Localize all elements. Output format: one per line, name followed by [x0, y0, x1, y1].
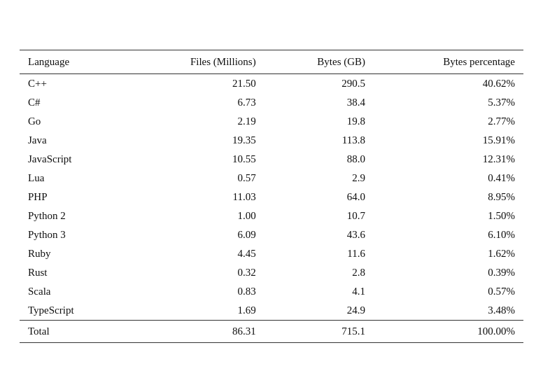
table-cell: 88.0	[265, 150, 374, 169]
language-stats-table: Language Files (Millions) Bytes (GB) Byt…	[20, 50, 523, 343]
table-cell: C++	[20, 74, 125, 93]
table-cell: 6.73	[125, 93, 265, 112]
table-row: Python 36.0943.66.10%	[20, 225, 523, 244]
table-row: Ruby4.4511.61.62%	[20, 244, 523, 263]
table-row: JavaScript10.5588.012.31%	[20, 150, 523, 169]
col-header-bytes-pct: Bytes percentage	[374, 50, 523, 74]
table-cell: 6.09	[125, 225, 265, 244]
table-cell: Go	[20, 112, 125, 131]
table-cell: Python 2	[20, 206, 125, 225]
table-cell: Python 3	[20, 225, 125, 244]
table-cell: 290.5	[265, 74, 374, 93]
table-cell: Java	[20, 131, 125, 150]
table-cell: 4.1	[265, 282, 374, 301]
footer-label: Total	[20, 320, 125, 342]
col-header-files: Files (Millions)	[125, 50, 265, 74]
table-row: Python 21.0010.71.50%	[20, 206, 523, 225]
table-row: Go2.1919.82.77%	[20, 112, 523, 131]
table-cell: 11.6	[265, 244, 374, 263]
table-cell: 10.55	[125, 150, 265, 169]
table-cell: 12.31%	[374, 150, 523, 169]
table-cell: 4.45	[125, 244, 265, 263]
table-cell: 64.0	[265, 188, 374, 206]
table-cell: 3.48%	[374, 301, 523, 321]
table-cell: 0.32	[125, 263, 265, 282]
table-cell: JavaScript	[20, 150, 125, 169]
footer-bytes: 715.1	[265, 320, 374, 342]
table-cell: C#	[20, 93, 125, 112]
col-header-language: Language	[20, 50, 125, 74]
table-cell: 0.57	[125, 169, 265, 188]
table-row: TypeScript1.6924.93.48%	[20, 301, 523, 321]
table-cell: 21.50	[125, 74, 265, 93]
table-row: Java19.35113.815.91%	[20, 131, 523, 150]
table-cell: 2.8	[265, 263, 374, 282]
table-cell: 0.41%	[374, 169, 523, 188]
table-body: C++21.50290.540.62%C#6.7338.45.37%Go2.19…	[20, 74, 523, 320]
table-cell: 2.9	[265, 169, 374, 188]
table-row: Rust0.322.80.39%	[20, 263, 523, 282]
table-cell: 0.39%	[374, 263, 523, 282]
table-cell: 6.10%	[374, 225, 523, 244]
table-cell: 11.03	[125, 188, 265, 206]
table-cell: Scala	[20, 282, 125, 301]
table-cell: Lua	[20, 169, 125, 188]
table-header-row: Language Files (Millions) Bytes (GB) Byt…	[20, 50, 523, 74]
table-cell: 1.69	[125, 301, 265, 321]
table-cell: 0.83	[125, 282, 265, 301]
table-cell: 1.50%	[374, 206, 523, 225]
table-cell: Rust	[20, 263, 125, 282]
table-cell: 40.62%	[374, 74, 523, 93]
table-cell: TypeScript	[20, 301, 125, 321]
table-cell: 0.57%	[374, 282, 523, 301]
footer-pct: 100.00%	[374, 320, 523, 342]
table-cell: 24.9	[265, 301, 374, 321]
table-cell: Ruby	[20, 244, 125, 263]
table-cell: 1.62%	[374, 244, 523, 263]
table-cell: 5.37%	[374, 93, 523, 112]
table-cell: 113.8	[265, 131, 374, 150]
table-cell: 19.35	[125, 131, 265, 150]
table-row: C#6.7338.45.37%	[20, 93, 523, 112]
table-cell: PHP	[20, 188, 125, 206]
table-cell: 19.8	[265, 112, 374, 131]
table-footer-row: Total 86.31 715.1 100.00%	[20, 320, 523, 342]
table-cell: 10.7	[265, 206, 374, 225]
table-cell: 1.00	[125, 206, 265, 225]
table-cell: 2.77%	[374, 112, 523, 131]
table-row: Scala0.834.10.57%	[20, 282, 523, 301]
data-table-container: Language Files (Millions) Bytes (GB) Byt…	[20, 50, 523, 343]
table-cell: 38.4	[265, 93, 374, 112]
table-row: C++21.50290.540.62%	[20, 74, 523, 93]
table-cell: 8.95%	[374, 188, 523, 206]
table-cell: 2.19	[125, 112, 265, 131]
footer-files: 86.31	[125, 320, 265, 342]
table-row: Lua0.572.90.41%	[20, 169, 523, 188]
table-cell: 15.91%	[374, 131, 523, 150]
table-cell: 43.6	[265, 225, 374, 244]
table-row: PHP11.0364.08.95%	[20, 188, 523, 206]
col-header-bytes: Bytes (GB)	[265, 50, 374, 74]
